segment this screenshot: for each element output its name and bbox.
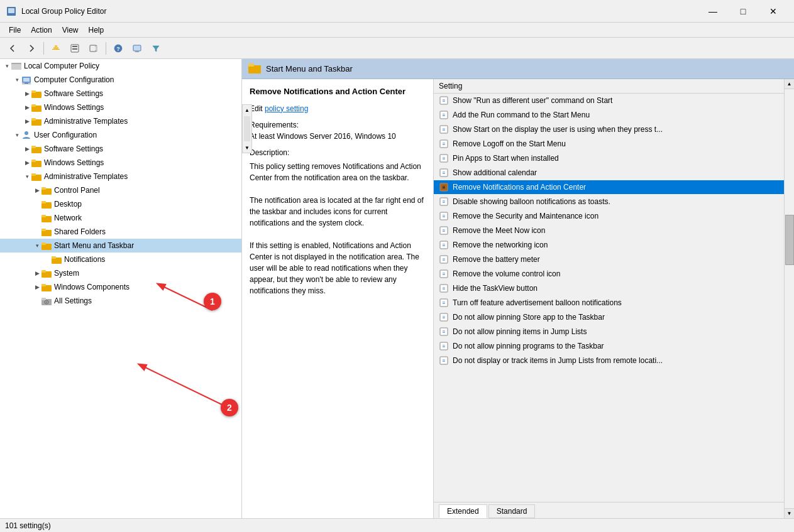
tree-start-menu[interactable]: ▾ Start Menu and Taskbar xyxy=(0,239,241,252)
setting-item-7[interactable]: ≡ Remove Notifications and Action Center xyxy=(434,180,784,195)
tree-shared-folders[interactable]: Shared Folders xyxy=(0,225,241,239)
help-button[interactable]: ? xyxy=(109,40,127,57)
setting-icon-2: ≡ xyxy=(439,110,449,120)
console-button[interactable] xyxy=(128,40,146,57)
tab-standard[interactable]: Standard xyxy=(488,504,536,518)
requirements-section: Requirements: At least Windows Server 20… xyxy=(250,119,426,142)
svg-text:≡: ≡ xyxy=(443,271,446,277)
expand-start-menu[interactable]: ▾ xyxy=(33,241,41,250)
menu-action[interactable]: Action xyxy=(26,24,57,36)
user-admin-folder-icon xyxy=(31,171,41,182)
setting-item-11[interactable]: ≡ Remove the networking icon xyxy=(434,238,784,252)
edit-link[interactable]: policy setting xyxy=(265,104,308,113)
scroll-thumb[interactable] xyxy=(785,215,794,265)
up-button[interactable] xyxy=(47,40,65,57)
menu-help[interactable]: Help xyxy=(84,24,109,36)
tree-user-admin[interactable]: ▾ Administrative Templates xyxy=(0,170,241,183)
user-software-label: Software Settings xyxy=(44,144,103,153)
setting-item-17[interactable]: ≡ Do not allow pinning items in Jump Lis… xyxy=(434,325,784,339)
tree-network[interactable]: Network xyxy=(0,211,241,225)
back-button[interactable] xyxy=(4,40,21,57)
svg-rect-40 xyxy=(41,229,46,231)
setting-item-6[interactable]: ≡ Show additional calendar xyxy=(434,166,784,180)
expand-user-config[interactable]: ▾ xyxy=(13,131,21,139)
setting-item-14[interactable]: ≡ Hide the TaskView button xyxy=(434,281,784,296)
shared-folders-label: Shared Folders xyxy=(54,227,106,236)
scroll-up-btn[interactable]: ▲ xyxy=(785,79,794,89)
setting-item-8[interactable]: ≡ Disable showing balloon notifications … xyxy=(434,195,784,209)
tree-user-config[interactable]: ▾ User Configuration xyxy=(0,128,241,142)
expand-comp-config[interactable]: ▾ xyxy=(13,75,21,84)
tree-root[interactable]: ▾ Local Computer Policy xyxy=(0,59,241,73)
setting-text-3: Show Start on the display the user is us… xyxy=(453,125,663,134)
right-header-title: Start Menu and Taskbar xyxy=(266,64,353,73)
svg-rect-7 xyxy=(72,46,77,47)
title-bar: Local Group Policy Editor — □ ✕ xyxy=(0,0,794,23)
root-label: Local Computer Policy xyxy=(24,62,99,70)
tree-user-software[interactable]: ▶ Software Settings xyxy=(0,142,241,156)
setting-text-6: Show additional calendar xyxy=(453,168,537,177)
tree-comp-admin[interactable]: ▶ Administrative Templates xyxy=(0,114,241,128)
svg-text:≡: ≡ xyxy=(443,257,446,263)
expand-user-windows[interactable]: ▶ xyxy=(23,158,31,167)
right-panel: Start Menu and Taskbar Remove Notificati… xyxy=(242,59,794,518)
svg-text:≡: ≡ xyxy=(443,98,446,104)
show-hide-button[interactable] xyxy=(66,40,84,57)
tree-system[interactable]: ▶ System xyxy=(0,266,241,280)
filter-button[interactable] xyxy=(147,40,165,57)
settings-list[interactable]: ≡ Show "Run as different user" command o… xyxy=(434,94,784,502)
user-software-folder-icon xyxy=(31,144,41,154)
tree-comp-windows[interactable]: ▶ Windows Settings xyxy=(0,100,241,114)
tree-win-components[interactable]: ▶ Windows Components xyxy=(0,280,241,294)
main-area: ▾ Local Computer Policy ▾ Computer C xyxy=(0,59,794,518)
tree-user-windows[interactable]: ▶ Windows Settings xyxy=(0,156,241,170)
close-button[interactable]: ✕ xyxy=(759,2,788,21)
expand-win-components[interactable]: ▶ xyxy=(33,283,41,291)
setting-item-19[interactable]: ≡ Do not display or track items in Jump … xyxy=(434,354,784,368)
setting-icon-18: ≡ xyxy=(439,341,449,351)
tree-comp-config[interactable]: ▾ Computer Configuration xyxy=(0,73,241,87)
user-windows-label: Windows Settings xyxy=(44,158,104,167)
setting-item-10[interactable]: ≡ Remove the Meet Now icon xyxy=(434,224,784,238)
setting-item-5[interactable]: ≡ Pin Apps to Start when installed xyxy=(434,151,784,166)
tree-panel[interactable]: ▾ Local Computer Policy ▾ Computer C xyxy=(0,59,242,518)
tree-all-settings[interactable]: All Settings xyxy=(0,294,241,308)
minimize-button[interactable]: — xyxy=(698,2,727,21)
setting-item-9[interactable]: ≡ Remove the Security and Maintenance ic… xyxy=(434,209,784,224)
svg-text:≡: ≡ xyxy=(443,156,446,161)
expand-comp-admin[interactable]: ▶ xyxy=(23,117,31,126)
svg-rect-19 xyxy=(22,84,31,84)
content-split: Remove Notifications and Action Center E… xyxy=(242,79,794,518)
tree-comp-software[interactable]: ▶ Software Settings xyxy=(0,87,241,100)
setting-item-16[interactable]: ≡ Do not allow pinning Store app to the … xyxy=(434,310,784,325)
menu-view[interactable]: View xyxy=(57,24,84,36)
expand-user-software[interactable]: ▶ xyxy=(23,144,31,153)
expand-comp-software[interactable]: ▶ xyxy=(23,89,31,98)
menu-file[interactable]: File xyxy=(4,24,26,36)
expand-comp-windows[interactable]: ▶ xyxy=(23,103,31,112)
setting-item-12[interactable]: ≡ Remove the battery meter xyxy=(434,252,784,267)
expand-root[interactable]: ▾ xyxy=(3,62,11,70)
setting-item-2[interactable]: ≡ Add the Run command to the Start Menu xyxy=(434,108,784,122)
expand-control-panel[interactable]: ▶ xyxy=(33,186,41,195)
expand-system[interactable]: ▶ xyxy=(33,269,41,278)
forward-button[interactable] xyxy=(23,40,40,57)
setting-item-4[interactable]: ≡ Remove Logoff on the Start Menu xyxy=(434,137,784,151)
settings-scrollbar[interactable]: ▲ ▼ xyxy=(784,79,794,518)
setting-text-5: Pin Apps to Start when installed xyxy=(453,154,559,163)
scroll-down-btn[interactable]: ▼ xyxy=(785,508,794,518)
expand-user-admin[interactable]: ▾ xyxy=(23,172,31,181)
export-button[interactable] xyxy=(85,40,102,57)
setting-item-15[interactable]: ≡ Turn off feature advertisement balloon… xyxy=(434,296,784,310)
setting-item-1[interactable]: ≡ Show "Run as different user" command o… xyxy=(434,94,784,108)
tree-desktop[interactable]: Desktop xyxy=(0,197,241,211)
svg-rect-34 xyxy=(41,187,46,190)
win-components-folder-icon xyxy=(41,282,52,292)
tree-notifications[interactable]: Notifications xyxy=(0,252,241,266)
tab-extended[interactable]: Extended xyxy=(439,504,487,518)
setting-item-18[interactable]: ≡ Do not allow pinning programs to the T… xyxy=(434,339,784,354)
setting-item-3[interactable]: ≡ Show Start on the display the user is … xyxy=(434,122,784,137)
tree-control-panel[interactable]: ▶ Control Panel xyxy=(0,183,241,197)
setting-item-13[interactable]: ≡ Remove the volume control icon xyxy=(434,267,784,281)
maximize-button[interactable]: □ xyxy=(729,2,758,21)
